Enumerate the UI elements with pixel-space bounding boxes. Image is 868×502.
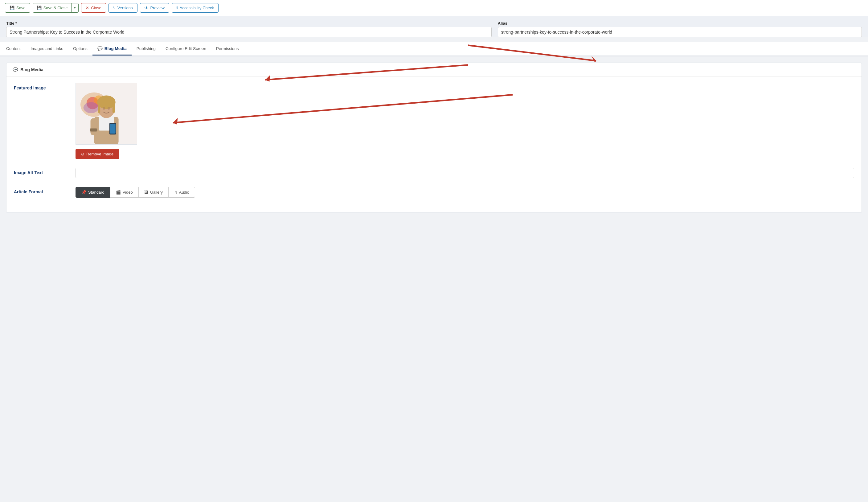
remove-icon: ⊖ [81,152,84,156]
blog-media-tab-icon: 💬 [97,46,103,51]
featured-image-content: ⊖ Remove Image [75,83,854,159]
audio-label: Audio [179,190,189,195]
tab-configure-edit-screen[interactable]: Configure Edit Screen [161,43,211,55]
tabs-container: Content Images and Links Options 💬 Blog … [0,42,868,56]
chevron-down-icon: ▾ [74,6,76,10]
svg-point-12 [103,107,105,110]
main-content-area: 💬 Blog Media Featured Image [0,57,868,219]
preview-button[interactable]: 👁 Preview [140,3,169,13]
versions-icon: ⑂ [113,6,116,10]
title-field-group: Title * [6,21,492,37]
close-icon: ✕ [86,6,89,10]
title-alias-row: Title * Alias [6,21,862,37]
svg-rect-11 [113,102,115,113]
tab-options[interactable]: Options [68,43,92,55]
article-format-content: 📌 Standard 🎬 Video 🖼 Gallery [75,187,854,198]
image-alt-text-label: Image Alt Text [14,168,75,175]
save-close-group: 💾 Save & Close ▾ [33,3,79,13]
tab-images-links[interactable]: Images and Links [25,43,68,55]
blog-media-panel: 💬 Blog Media Featured Image [6,63,862,213]
featured-image-wrapper [75,83,137,145]
tab-blog-media[interactable]: 💬 Blog Media [92,42,132,55]
accessibility-check-button[interactable]: ℹ Accessibility Check [172,3,218,13]
accessibility-icon: ℹ [176,6,178,10]
tab-options-label: Options [73,46,87,51]
featured-image-label: Featured Image [14,83,75,90]
video-icon: 🎬 [116,190,121,195]
image-alt-text-input[interactable] [75,168,854,178]
gallery-label: Gallery [150,190,163,195]
tab-blog-media-label: Blog Media [104,46,127,51]
tab-permissions[interactable]: Permissions [211,43,244,55]
standard-label: Standard [88,190,104,195]
save-icon: 💾 [10,6,14,10]
remove-image-button[interactable]: ⊖ Remove Image [75,149,119,159]
standard-icon: 📌 [81,190,86,195]
image-alt-text-row: Image Alt Text [14,168,854,178]
format-standard-button[interactable]: 📌 Standard [75,187,110,198]
close-label: Close [91,6,101,10]
panel-title: Blog Media [20,67,43,72]
title-label: Title * [6,21,492,25]
featured-image-row: Featured Image [14,83,854,159]
article-format-row: Article Format 📌 Standard 🎬 Video [14,187,854,198]
svg-rect-10 [98,102,100,113]
svg-point-4 [84,102,99,113]
save-close-dropdown-button[interactable]: ▾ [72,3,78,12]
tab-content[interactable]: Content [1,43,25,55]
tab-permissions-label: Permissions [216,46,239,51]
image-alt-text-content [75,168,854,178]
tab-publishing[interactable]: Publishing [132,43,161,55]
versions-button[interactable]: ⑂ Versions [108,3,137,13]
accessibility-label: Accessibility Check [180,6,214,10]
close-button[interactable]: ✕ Close [81,3,106,13]
tab-configure-edit-screen-label: Configure Edit Screen [166,46,206,51]
fields-section: Title * Alias [0,16,868,37]
featured-image-svg [76,83,137,145]
svg-rect-16 [91,119,97,135]
format-gallery-button[interactable]: 🖼 Gallery [138,187,169,198]
alias-field-group: Alias [498,21,862,37]
format-buttons-group: 📌 Standard 🎬 Video 🖼 Gallery [75,187,854,198]
alias-label: Alias [498,21,862,25]
panel-header: 💬 Blog Media [7,63,861,77]
format-video-button[interactable]: 🎬 Video [110,187,139,198]
svg-rect-17 [90,129,97,132]
tab-images-links-label: Images and Links [31,46,63,51]
save-label: Save [16,6,25,10]
panel-body: Featured Image [7,77,861,213]
article-format-label: Article Format [14,187,75,194]
versions-label: Versions [117,6,133,10]
preview-icon: 👁 [145,6,148,10]
save-button[interactable]: 💾 Save [5,3,30,13]
tab-content-label: Content [6,46,21,51]
tab-publishing-label: Publishing [136,46,156,51]
tabs-bar: Content Images and Links Options 💬 Blog … [0,42,868,57]
remove-image-label: Remove Image [86,152,113,156]
save-close-icon: 💾 [37,6,42,10]
toolbar: 💾 Save 💾 Save & Close ▾ ✕ Close ⑂ Versio… [0,0,868,16]
save-close-button[interactable]: 💾 Save & Close [33,3,72,12]
panel-wrapper: 💬 Blog Media Featured Image [0,57,868,219]
video-label: Video [123,190,133,195]
title-input[interactable] [6,27,492,37]
audio-icon: ♫ [174,190,177,195]
svg-rect-15 [110,124,116,134]
gallery-icon: 🖼 [144,190,148,195]
format-audio-button[interactable]: ♫ Audio [168,187,195,198]
svg-point-13 [107,107,110,110]
panel-header-icon: 💬 [13,67,18,72]
preview-label: Preview [151,6,165,10]
save-close-label: Save & Close [43,6,68,10]
alias-input[interactable] [498,27,862,37]
